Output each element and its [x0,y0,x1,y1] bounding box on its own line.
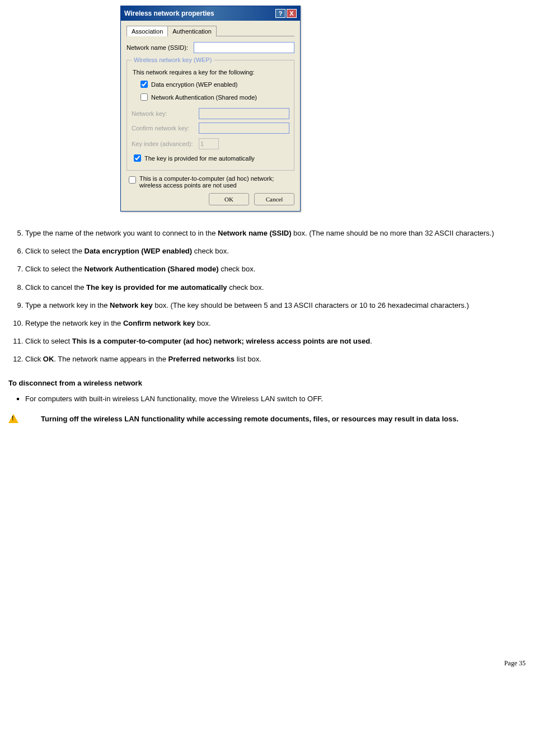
step-8: Click to cancel the The key is provided … [25,283,526,293]
network-key-input [199,108,289,119]
warning-text: Turning off the wireless LAN functionali… [41,414,458,424]
step-7: Click to select the Network Authenticati… [25,264,526,274]
cancel-button[interactable]: Cancel [254,193,294,205]
confirm-key-input [199,123,289,134]
checkbox-auto-key[interactable] [134,154,141,162]
ssid-label: Network name (SSID): [127,44,194,51]
wep-intro-text: This network requires a key for the foll… [133,69,289,76]
disconnect-heading: To disconnect from a wireless network [8,379,526,387]
confirm-key-label: Confirm network key: [132,125,199,132]
disconnect-bullet-list: For computers with built-in wireless LAN… [8,394,526,404]
dialog-title: Wireless network properties [124,10,214,17]
wireless-properties-dialog: Wireless network properties ? X Associat… [120,6,301,212]
ssid-input[interactable] [194,42,294,53]
label-data-encryption: Data encryption (WEP enabled) [151,81,238,88]
disconnect-bullet: For computers with built-in wireless LAN… [25,394,526,404]
network-key-label: Network key: [132,110,199,117]
key-index-label: Key index (advanced): [132,140,199,147]
dialog-screenshot: Wireless network properties ? X Associat… [120,6,526,212]
wep-group-legend: Wireless network key (WEP) [132,57,214,63]
step-9: Type a network key in the Network key bo… [25,300,526,311]
page-number: Page 35 [8,659,526,668]
tab-authentication[interactable]: Authentication [167,26,217,36]
checkbox-data-encryption[interactable] [140,81,148,88]
label-auto-key: The key is provided for me automatically [144,155,255,162]
tab-association[interactable]: Association [127,26,168,36]
warning-block: Turning off the wireless LAN functionali… [8,414,526,424]
checkbox-network-auth[interactable] [140,93,148,101]
label-adhoc: This is a computer-to-computer (ad hoc) … [139,175,294,189]
wep-group: Wireless network key (WEP) This network … [127,57,294,171]
step-5: Type the name of the network you want to… [25,228,526,238]
instruction-list: Type the name of the network you want to… [8,228,526,365]
ok-button[interactable]: OK [209,193,249,205]
step-11: Click to select This is a computer-to-co… [25,336,526,346]
titlebar: Wireless network properties ? X [121,6,300,21]
help-icon[interactable]: ? [275,9,285,18]
step-10: Retype the network key in the Confirm ne… [25,318,526,328]
checkbox-adhoc[interactable] [129,176,136,184]
label-network-auth: Network Authentication (Shared mode) [151,94,257,101]
step-12: Click OK. The network name appears in th… [25,354,526,364]
tab-strip: Association Authentication [127,25,294,36]
warning-icon [8,414,18,423]
key-index-spinner: 1 [199,138,219,149]
close-icon[interactable]: X [287,9,297,18]
step-6: Click to select the Data encryption (WEP… [25,246,526,256]
